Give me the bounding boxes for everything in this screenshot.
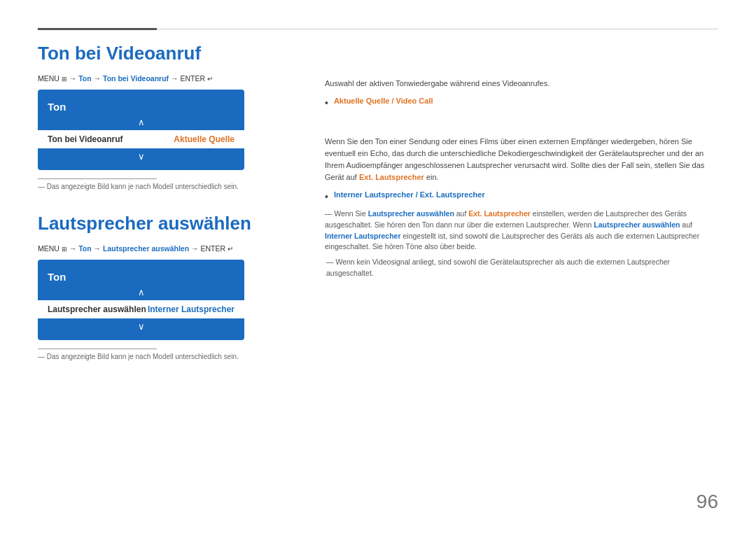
menu-path-arrow1: → bbox=[69, 74, 78, 83]
section1-title: Ton bei Videoanruf bbox=[38, 43, 297, 64]
mockup2-row: Lautsprecher auswählen Interner Lautspre… bbox=[38, 300, 244, 318]
section2-right-description: Wenn Sie den Ton einer Sendung oder eine… bbox=[325, 136, 718, 183]
menu-path2-arrow3: → ENTER bbox=[191, 244, 227, 253]
menu-path-arrow2: → bbox=[94, 74, 103, 83]
section1: Ton bei Videoanruf MENU ⊞ → Ton → Ton be… bbox=[38, 43, 297, 190]
mockup1-arrow-up bbox=[38, 115, 244, 129]
mockup2-row-label: Lautsprecher auswählen bbox=[48, 304, 148, 314]
menu-path2-ton: Ton bbox=[78, 244, 91, 253]
mockup1-arrow-down bbox=[38, 150, 244, 163]
section2-note: ― Das angezeigte Bild kann je nach Model… bbox=[38, 353, 297, 360]
menu-path-arrow3: → ENTER bbox=[171, 74, 207, 83]
section1-right-description: Auswahl der aktiven Tonwiedergabe währen… bbox=[325, 78, 718, 90]
section2-note1: Wenn Sie Lautsprecher auswählen auf Ext.… bbox=[325, 209, 718, 253]
bullet-dot1: • bbox=[325, 96, 328, 111]
section2-mockup: Ton Lautsprecher auswählen Interner Laut… bbox=[38, 260, 244, 340]
menu-path-prefix: MENU bbox=[38, 74, 62, 83]
menu-path-ton: Ton bbox=[78, 74, 91, 83]
section1-note: ― Das angezeigte Bild kann je nach Model… bbox=[38, 183, 297, 190]
section1-bullet: • Aktuelle Quelle / Video Call bbox=[325, 95, 718, 111]
section2-note-text: Das angezeigte Bild kann je nach Modell … bbox=[47, 353, 239, 360]
page-container: Ton bei Videoanruf MENU ⊞ → Ton → Ton be… bbox=[0, 0, 756, 534]
section1-bullet-text: Aktuelle Quelle / Video Call bbox=[334, 95, 433, 107]
note2-dash: ― bbox=[38, 353, 47, 360]
main-layout: Ton bei Videoanruf MENU ⊞ → Ton → Ton be… bbox=[38, 43, 718, 360]
section2-note2: Wenn kein Videosignal anliegt, sind sowo… bbox=[325, 257, 718, 279]
section2-menu-path: MENU ⊞ → Ton → Lautsprecher auswählen → … bbox=[38, 244, 297, 253]
mockup1-row-value: Aktuelle Quelle bbox=[174, 134, 234, 144]
mockup1-header: Ton bbox=[38, 97, 244, 115]
section2-note-rule bbox=[38, 349, 157, 349]
menu-path2-prefix: MENU bbox=[38, 244, 62, 253]
menu-icon2: ⊞ bbox=[62, 246, 67, 253]
right-column: Auswahl der aktiven Tonwiedergabe währen… bbox=[318, 43, 718, 360]
section2: Lautsprecher auswählen MENU ⊞ → Ton → La… bbox=[38, 213, 297, 360]
mockup1-row: Ton bei Videoanruf Aktuelle Quelle bbox=[38, 130, 244, 148]
menu-path2-arrow1: → bbox=[69, 244, 78, 253]
menu-path2-arrow2: → bbox=[94, 244, 103, 253]
enter-icon2: ↵ bbox=[227, 245, 233, 253]
section1-note-text: Das angezeigte Bild kann je nach Modell … bbox=[47, 183, 239, 190]
mockup2-arrow-down bbox=[38, 320, 244, 333]
section1-note-rule bbox=[38, 178, 157, 179]
note-dash: ― bbox=[38, 183, 47, 190]
left-column: Ton bei Videoanruf MENU ⊞ → Ton → Ton be… bbox=[38, 43, 318, 360]
mockup2-header: Ton bbox=[38, 267, 244, 286]
right-section1-content: Auswahl der aktiven Tonwiedergabe währen… bbox=[325, 43, 718, 111]
mockup1-row-label: Ton bei Videoanruf bbox=[48, 134, 174, 144]
menu-path2-highlight: Lautsprecher auswählen bbox=[103, 244, 189, 253]
section2-bullet: • Interner Lautsprecher / Ext. Lautsprec… bbox=[325, 189, 718, 204]
enter-icon: ↵ bbox=[207, 75, 213, 83]
page-number: 96 bbox=[696, 491, 718, 513]
right-section2-content: Wenn Sie den Ton einer Sendung oder eine… bbox=[325, 115, 718, 279]
section-divider bbox=[38, 190, 297, 213]
bullet-dot2: • bbox=[325, 190, 328, 204]
section2-bullet-text: Interner Lautsprecher / Ext. Lautspreche… bbox=[334, 189, 485, 201]
menu-icon: ⊞ bbox=[62, 76, 67, 83]
section1-menu-path: MENU ⊞ → Ton → Ton bei Videoanruf → ENTE… bbox=[38, 74, 297, 83]
section1-mockup: Ton Ton bei Videoanruf Aktuelle Quelle bbox=[38, 90, 244, 170]
top-rule bbox=[38, 28, 718, 30]
top-rule-right bbox=[157, 29, 718, 29]
section2-title: Lautsprecher auswählen bbox=[38, 213, 297, 234]
menu-path-highlight: Ton bei Videoanruf bbox=[103, 74, 169, 83]
mockup2-row-value: Interner Lautsprecher bbox=[148, 304, 234, 314]
top-rule-left bbox=[38, 28, 157, 30]
mockup2-arrow-up bbox=[38, 286, 244, 299]
